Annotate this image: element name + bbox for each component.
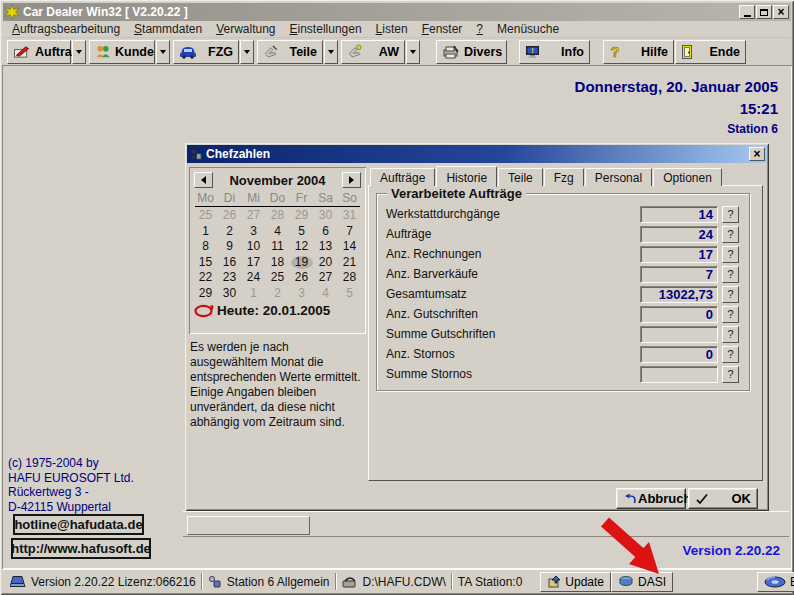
calendar-day[interactable]: 20 xyxy=(314,255,338,271)
calendar-day[interactable]: 26 xyxy=(218,208,242,224)
calendar-day[interactable]: 21 xyxy=(338,255,362,271)
calendar-day[interactable]: 9 xyxy=(218,239,242,255)
menu-item-einstellungen[interactable]: Einstellungen xyxy=(283,21,369,37)
calendar-prev-button[interactable] xyxy=(194,172,213,188)
calendar-day[interactable]: 27 xyxy=(242,208,266,224)
toolbar-dropdown-fzg[interactable] xyxy=(240,40,254,64)
toolbar-button-auftrag[interactable]: Auftrag xyxy=(7,40,71,64)
calendar-day[interactable]: 28 xyxy=(338,270,362,286)
calendar-weekday: Di xyxy=(218,191,242,206)
calendar-day[interactable]: 26 xyxy=(290,270,314,286)
calendar-day[interactable]: 30 xyxy=(218,286,242,302)
field-help-button[interactable]: ? xyxy=(722,346,739,363)
calendar-day[interactable]: 18 xyxy=(266,255,290,271)
cancel-button[interactable]: Abbruch xyxy=(616,488,686,509)
calendar-day[interactable]: 11 xyxy=(266,239,290,255)
calendar-day[interactable]: 27 xyxy=(314,270,338,286)
calendar-next-button[interactable] xyxy=(342,172,361,188)
field-help-button[interactable]: ? xyxy=(722,226,739,243)
tab-teile[interactable]: Teile xyxy=(498,168,543,186)
tab-personal[interactable]: Personal xyxy=(585,168,652,186)
calendar-day[interactable]: 12 xyxy=(290,239,314,255)
statusbar-button-label: DASI xyxy=(638,575,666,589)
calendar-day[interactable]: 7 xyxy=(338,224,362,240)
calendar-day[interactable]: 3 xyxy=(290,286,314,302)
tab-optionen[interactable]: Optionen xyxy=(653,168,722,186)
calendar-day[interactable]: 23 xyxy=(218,270,242,286)
menu-item-listen[interactable]: Listen xyxy=(369,21,415,37)
database-path-icon xyxy=(342,575,358,589)
menu-item-verwaltung[interactable]: Verwaltung xyxy=(209,21,282,37)
calendar-day[interactable]: 13 xyxy=(314,239,338,255)
calendar-day[interactable]: 24 xyxy=(242,270,266,286)
toolbar-button-info[interactable]: !Info xyxy=(519,40,590,64)
calendar-day[interactable]: 6 xyxy=(314,224,338,240)
menu-item-fenster[interactable]: Fenster xyxy=(415,21,470,37)
calendar-day[interactable]: 5 xyxy=(338,286,362,302)
calendar-day[interactable]: 14 xyxy=(338,239,362,255)
field-help-button[interactable]: ? xyxy=(722,206,739,223)
toolbar-button-aw[interactable]: AW xyxy=(341,40,405,64)
calendar-day[interactable]: 1 xyxy=(194,224,218,240)
calendar-day[interactable]: 29 xyxy=(290,208,314,224)
bwa-disc-icon xyxy=(764,576,786,588)
dialog-close-button[interactable]: × xyxy=(749,147,765,161)
maximize-button[interactable] xyxy=(756,5,772,19)
toolbar-dropdown-teile[interactable] xyxy=(324,40,338,64)
calendar-day[interactable]: 8 xyxy=(194,239,218,255)
field-help-button[interactable]: ? xyxy=(722,366,739,383)
calendar-day[interactable]: 22 xyxy=(194,270,218,286)
calendar-day[interactable]: 28 xyxy=(266,208,290,224)
toolbar-button-ende[interactable]: Ende xyxy=(675,40,746,64)
menu-item-auftragsbearbeitung[interactable]: Auftragsbearbeitung xyxy=(5,21,127,37)
menu-item-stammdaten[interactable]: Stammdaten xyxy=(127,21,209,37)
calendar-day[interactable]: 17 xyxy=(242,255,266,271)
field-help-button[interactable]: ? xyxy=(722,246,739,263)
field-value-box: 24 xyxy=(640,226,718,243)
field-help-button[interactable]: ? xyxy=(722,286,739,303)
ok-button[interactable]: OK xyxy=(688,488,758,509)
calendar-day[interactable]: 2 xyxy=(218,224,242,240)
toolbar-dropdown-kunde[interactable] xyxy=(156,40,170,64)
toolbar-button-kunde[interactable]: Kunde xyxy=(89,40,155,64)
menu-item-item[interactable]: ? xyxy=(469,21,490,37)
calendar-day[interactable]: 16 xyxy=(218,255,242,271)
ok-button-label: OK xyxy=(732,491,752,506)
toolbar-button-fzg[interactable]: FZG xyxy=(173,40,239,64)
statusbar-button-dasi[interactable]: DASI xyxy=(611,572,673,592)
minimize-button[interactable] xyxy=(739,5,755,19)
calendar-day[interactable]: 4 xyxy=(314,286,338,302)
calendar-day[interactable]: 10 xyxy=(242,239,266,255)
hotline-email-link[interactable]: hotline@hafudata.de xyxy=(13,514,144,535)
toolbar-button-hilfe[interactable]: ?Hilfe xyxy=(603,40,674,64)
calendar-day[interactable]: 31 xyxy=(338,208,362,224)
calendar-day[interactable]: 5 xyxy=(290,224,314,240)
field-help-button[interactable]: ? xyxy=(722,266,739,283)
field-help-button[interactable]: ? xyxy=(722,326,739,343)
close-button[interactable]: × xyxy=(773,5,789,19)
toolbar-group-divers: Divers xyxy=(436,40,507,64)
toolbar-dropdown-auftrag[interactable] xyxy=(72,40,86,64)
tab-historie[interactable]: Historie xyxy=(436,166,497,187)
tab-fzg[interactable]: Fzg xyxy=(544,168,584,186)
calendar-day[interactable]: 2 xyxy=(266,286,290,302)
website-link[interactable]: http://www.hafusoft.de xyxy=(11,538,151,559)
calendar-day[interactable]: 4 xyxy=(266,224,290,240)
calendar-day[interactable]: 29 xyxy=(194,286,218,302)
toolbar-button-divers[interactable]: Divers xyxy=(436,40,507,64)
calendar-day[interactable]: 25 xyxy=(194,208,218,224)
calendar-day[interactable]: 1 xyxy=(242,286,266,302)
statusbar-button-update[interactable]: Update xyxy=(540,572,611,592)
menu-item-men-suche[interactable]: Menüsuche xyxy=(490,21,566,37)
calendar-day[interactable]: 3 xyxy=(242,224,266,240)
toolbar-button-teile[interactable]: Teile xyxy=(257,40,323,64)
toolbar-dropdown-aw[interactable] xyxy=(406,40,420,64)
calendar-day[interactable]: 30 xyxy=(314,208,338,224)
statusbar-button-bwa[interactable]: BWA xyxy=(757,572,794,592)
calendar-day-selected[interactable]: 19 xyxy=(290,255,314,271)
statusbar-text: D:\HAFU.CDW\ xyxy=(363,575,446,589)
calendar-day[interactable]: 25 xyxy=(266,270,290,286)
field-help-button[interactable]: ? xyxy=(722,306,739,323)
tab-auftr-ge[interactable]: Aufträge xyxy=(370,168,435,186)
calendar-day[interactable]: 15 xyxy=(194,255,218,271)
